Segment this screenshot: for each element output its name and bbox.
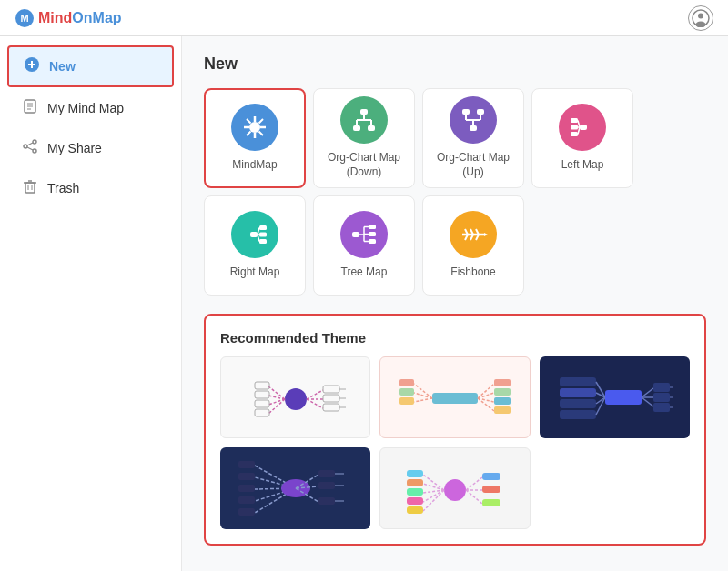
- logo[interactable]: M MindOnMap: [15, 8, 122, 28]
- svg-line-104: [478, 398, 494, 411]
- map-card-fishbone[interactable]: Fishbone: [422, 195, 524, 296]
- svg-line-103: [478, 398, 494, 402]
- svg-rect-82: [255, 391, 269, 398]
- map-card-org-chart-down[interactable]: Org-Chart Map(Down): [313, 88, 415, 188]
- theme-light-preview: [237, 361, 355, 434]
- svg-line-158: [466, 477, 482, 490]
- svg-rect-54: [259, 233, 267, 237]
- theme-card-colorful[interactable]: [379, 447, 530, 529]
- user-avatar[interactable]: [688, 5, 713, 31]
- sidebar-item-trash[interactable]: Trash: [7, 169, 174, 207]
- svg-line-56: [258, 228, 259, 235]
- recommended-title: Recommended Theme: [220, 330, 690, 346]
- svg-rect-123: [653, 403, 670, 412]
- mindmap-label: MindMap: [232, 158, 277, 173]
- map-card-org-chart-up[interactable]: Org-Chart Map (Up): [422, 88, 524, 188]
- theme-dark-preview: [555, 361, 673, 434]
- map-card-right-map[interactable]: Right Map: [204, 195, 306, 296]
- svg-line-96: [414, 393, 432, 398]
- svg-rect-156: [407, 497, 423, 505]
- svg-rect-32: [353, 125, 360, 131]
- tree-map-icon: [340, 211, 388, 258]
- new-section-title: New: [204, 55, 706, 74]
- header: M MindOnMap: [0, 0, 728, 36]
- right-map-label: Right Map: [230, 265, 280, 280]
- svg-line-29: [247, 132, 251, 136]
- svg-rect-53: [259, 225, 267, 230]
- svg-rect-141: [318, 470, 335, 477]
- layout: New My Mind Map My Share Trash New: [0, 36, 728, 571]
- svg-rect-133: [238, 461, 255, 468]
- svg-line-87: [307, 399, 323, 408]
- svg-rect-143: [318, 497, 335, 505]
- svg-rect-121: [653, 383, 670, 392]
- sidebar-item-trash-label: Trash: [47, 181, 79, 195]
- svg-point-147: [444, 479, 466, 501]
- svg-point-14: [33, 149, 36, 153]
- svg-line-149: [423, 484, 444, 490]
- sidebar-item-new[interactable]: New: [7, 45, 174, 87]
- svg-rect-94: [432, 393, 478, 404]
- svg-line-49: [578, 121, 580, 128]
- svg-rect-62: [369, 239, 376, 244]
- trash-icon: [22, 178, 38, 198]
- fishbone-icon: [450, 211, 497, 258]
- theme-card-salmon[interactable]: [379, 356, 530, 438]
- svg-rect-45: [580, 125, 587, 130]
- sidebar-item-my-mind-map[interactable]: My Mind Map: [7, 89, 174, 127]
- svg-marker-75: [484, 233, 488, 236]
- left-map-icon: [559, 104, 606, 151]
- svg-rect-61: [369, 232, 376, 236]
- theme-card-dark[interactable]: [540, 356, 690, 438]
- svg-rect-100: [399, 397, 414, 405]
- svg-rect-55: [259, 239, 267, 244]
- svg-rect-108: [494, 406, 511, 414]
- svg-line-150: [423, 490, 444, 493]
- svg-rect-59: [352, 232, 359, 237]
- svg-rect-111: [560, 399, 596, 408]
- svg-point-4: [696, 21, 706, 27]
- svg-rect-38: [470, 125, 477, 131]
- sidebar-item-my-share[interactable]: My Share: [7, 129, 174, 167]
- logo-icon: M: [15, 8, 35, 28]
- svg-rect-60: [369, 225, 376, 229]
- svg-line-101: [478, 384, 494, 398]
- svg-line-118: [642, 388, 653, 397]
- svg-rect-112: [560, 410, 596, 419]
- svg-rect-106: [494, 388, 511, 396]
- logo-text: MindOnMap: [38, 10, 122, 26]
- map-card-mindmap[interactable]: MindMap: [204, 88, 306, 188]
- left-map-label: Left Map: [561, 158, 604, 173]
- svg-line-120: [642, 397, 653, 406]
- svg-line-27: [247, 119, 251, 124]
- svg-rect-157: [407, 506, 423, 514]
- svg-rect-117: [605, 390, 642, 405]
- org-chart-down-label: Org-Chart Map(Down): [328, 151, 400, 179]
- map-card-left-map[interactable]: Left Map: [531, 88, 633, 188]
- theme-darkblue-preview: [237, 452, 355, 525]
- sidebar-item-my-share-label: My Share: [47, 141, 102, 155]
- svg-rect-105: [494, 379, 511, 386]
- theme-card-darkblue[interactable]: [220, 447, 370, 529]
- svg-rect-89: [323, 395, 339, 402]
- fishbone-label: Fishbone: [450, 265, 495, 280]
- svg-rect-107: [494, 397, 511, 405]
- svg-point-12: [33, 140, 36, 144]
- svg-line-77: [268, 386, 285, 399]
- svg-rect-161: [482, 473, 500, 480]
- svg-rect-153: [407, 470, 423, 477]
- theme-grid: [220, 356, 690, 529]
- svg-line-15: [27, 143, 33, 145]
- svg-rect-154: [407, 479, 423, 486]
- svg-rect-135: [238, 485, 255, 492]
- svg-rect-17: [25, 183, 35, 193]
- svg-rect-84: [255, 409, 269, 416]
- svg-line-80: [268, 399, 285, 414]
- svg-rect-47: [571, 125, 578, 130]
- svg-line-51: [578, 127, 580, 135]
- svg-rect-90: [323, 404, 339, 411]
- map-card-tree-map[interactable]: Tree Map: [313, 195, 415, 296]
- theme-card-light[interactable]: [220, 356, 370, 438]
- svg-rect-137: [238, 508, 255, 516]
- svg-rect-136: [238, 496, 255, 504]
